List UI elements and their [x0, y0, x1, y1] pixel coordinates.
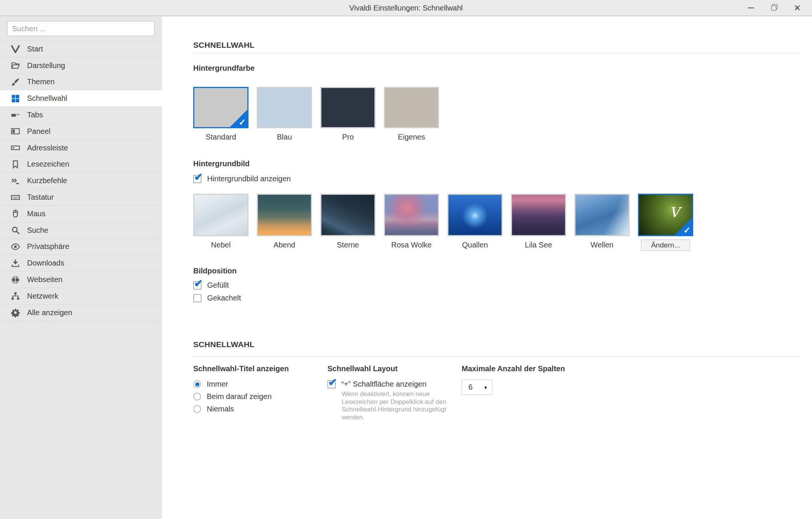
- checkmark-icon: [194, 277, 203, 290]
- title-display-option[interactable]: Immer: [193, 380, 289, 388]
- background-image-thumbnail[interactable]: V: [638, 194, 693, 236]
- sidebar-item[interactable]: Lesezeichen: [0, 156, 162, 173]
- background-image-thumbnail[interactable]: [511, 194, 566, 236]
- bg-color-option: Eigenes: [384, 87, 439, 141]
- sidebar-item[interactable]: Tastatur: [0, 189, 162, 206]
- settings-sidebar: Start Darstellung Themen Schnellwahl Tab…: [0, 17, 162, 519]
- search-input[interactable]: [7, 21, 155, 36]
- image-position-option[interactable]: Gekachelt: [193, 294, 241, 302]
- privacy-icon: [11, 242, 20, 252]
- radio-option-label: Beim darauf zeigen: [207, 392, 271, 401]
- image-position-option-label: Gefüllt: [207, 281, 229, 290]
- sidebar-item[interactable]: Tabs: [0, 107, 162, 123]
- image-thumbnail-label: Rosa Wolke: [391, 241, 432, 249]
- image-thumbnail-label: Abend: [274, 241, 295, 249]
- background-image-thumbnail[interactable]: [447, 194, 503, 236]
- minimize-icon: [748, 8, 754, 8]
- title-display-options: Immer Beim darauf zeigen Niemals: [193, 380, 289, 413]
- panel-icon: [11, 126, 20, 136]
- close-button[interactable]: [786, 0, 809, 16]
- image-position-checkbox[interactable]: [193, 281, 201, 290]
- show-background-image-row[interactable]: Hintergrundbild anzeigen: [193, 175, 291, 183]
- close-icon: [794, 3, 801, 13]
- color-swatch[interactable]: [320, 87, 376, 128]
- checkmark-icon: [328, 376, 337, 388]
- sidebar-item-label: Kurzbefehle: [27, 176, 67, 185]
- background-image-label: Hintergrundbild: [193, 159, 250, 168]
- image-thumbnail-label: Sterne: [337, 241, 359, 249]
- radio-option-label: Immer: [207, 380, 228, 388]
- downloads-icon: [11, 258, 20, 268]
- speed-dial-settings-columns: Schnellwahl-Titel anzeigen Immer Beim da…: [193, 364, 798, 447]
- selected-corner: [230, 109, 247, 127]
- bg-image-option: V Ändern...: [638, 194, 693, 251]
- sidebar-item[interactable]: Start: [0, 41, 162, 58]
- sidebar-item[interactable]: Schnellwahl: [0, 90, 162, 107]
- radio-button[interactable]: [193, 393, 201, 401]
- minimize-button[interactable]: [739, 0, 762, 16]
- check-icon: [683, 225, 691, 235]
- title-display-option[interactable]: Beim darauf zeigen: [193, 392, 289, 401]
- background-image-thumbnail[interactable]: [193, 194, 248, 236]
- sidebar-item-label: Downloads: [27, 259, 64, 267]
- change-image-button[interactable]: Ändern...: [641, 240, 690, 251]
- sidebar-item-label: Darstellung: [27, 61, 65, 70]
- radio-button[interactable]: [193, 405, 201, 413]
- background-image-thumbnail[interactable]: [384, 194, 439, 236]
- sidebar-item[interactable]: Webseiten: [0, 272, 162, 288]
- color-swatch-label: Standard: [206, 133, 236, 141]
- plus-button-row[interactable]: “+” Schaltfläche anzeigen: [327, 380, 457, 388]
- background-color-options: Standard Blau Pro Eigenes: [193, 87, 439, 141]
- check-icon: [239, 117, 246, 127]
- max-columns-label: Maximale Anzahl der Spalten: [462, 364, 565, 373]
- sidebar-item-label: Adressleiste: [27, 144, 68, 152]
- sidebar-item-label: Privatsphäre: [27, 242, 69, 251]
- sidebar-item-label: Suche: [27, 226, 48, 235]
- window-controls: [739, 0, 809, 16]
- image-position-checkbox[interactable]: [193, 294, 201, 302]
- color-swatch[interactable]: [193, 87, 248, 128]
- background-image-options: Nebel Abend Sterne: [193, 194, 693, 251]
- color-swatch-label: Pro: [342, 133, 354, 141]
- sidebar-item[interactable]: Alle anzeigen: [0, 305, 162, 321]
- bg-image-option: Wellen: [574, 194, 630, 251]
- sidebar-item[interactable]: Kurzbefehle: [0, 173, 162, 189]
- webpages-icon: [11, 275, 20, 285]
- sidebar-item-label: Themen: [27, 77, 55, 86]
- color-swatch[interactable]: [384, 87, 439, 128]
- sidebar-item[interactable]: Privatsphäre: [0, 239, 162, 255]
- sidebar-item[interactable]: Paneel: [0, 123, 162, 140]
- title-display-option[interactable]: Niemals: [193, 405, 289, 413]
- title-display-label: Schnellwahl-Titel anzeigen: [193, 364, 289, 373]
- sidebar-item[interactable]: Adressleiste: [0, 140, 162, 156]
- color-swatch[interactable]: [257, 87, 312, 128]
- window-title: Vivaldi Einstellungen: Schnellwahl: [349, 4, 463, 12]
- image-position-options: Gefüllt Gekachelt: [193, 281, 241, 302]
- show-background-image-label: Hintergrundbild anzeigen: [207, 175, 291, 183]
- plus-button-checkbox[interactable]: [327, 380, 336, 388]
- background-image-thumbnail[interactable]: [257, 194, 312, 236]
- tabs-icon: [11, 110, 20, 120]
- sidebar-item-label: Webseiten: [27, 275, 62, 284]
- bg-image-option: Lila See: [511, 194, 566, 251]
- sidebar-item[interactable]: Downloads: [0, 255, 162, 272]
- sidebar-item[interactable]: Themen: [0, 74, 162, 91]
- background-image-thumbnail[interactable]: [320, 194, 376, 236]
- radio-button[interactable]: [193, 380, 201, 388]
- show-background-image-checkbox[interactable]: [193, 175, 201, 183]
- radio-dot: [195, 382, 199, 386]
- titlebar: Vivaldi Einstellungen: Schnellwahl: [0, 0, 812, 16]
- max-columns-select[interactable]: 6: [462, 379, 492, 395]
- network-icon: [11, 291, 20, 301]
- sidebar-item[interactable]: Darstellung: [0, 58, 162, 74]
- image-position-option[interactable]: Gefüllt: [193, 281, 241, 290]
- background-image-thumbnail[interactable]: [574, 194, 630, 236]
- bg-color-option: Blau: [257, 87, 312, 141]
- sidebar-item[interactable]: Netzwerk: [0, 288, 162, 305]
- sidebar-item[interactable]: Suche: [0, 222, 162, 239]
- speed-dial-icon: [11, 94, 20, 103]
- sidebar-item-label: Alle anzeigen: [27, 308, 72, 317]
- sidebar-item[interactable]: Maus: [0, 206, 162, 222]
- section-divider: [193, 356, 800, 357]
- restore-button[interactable]: [762, 0, 786, 16]
